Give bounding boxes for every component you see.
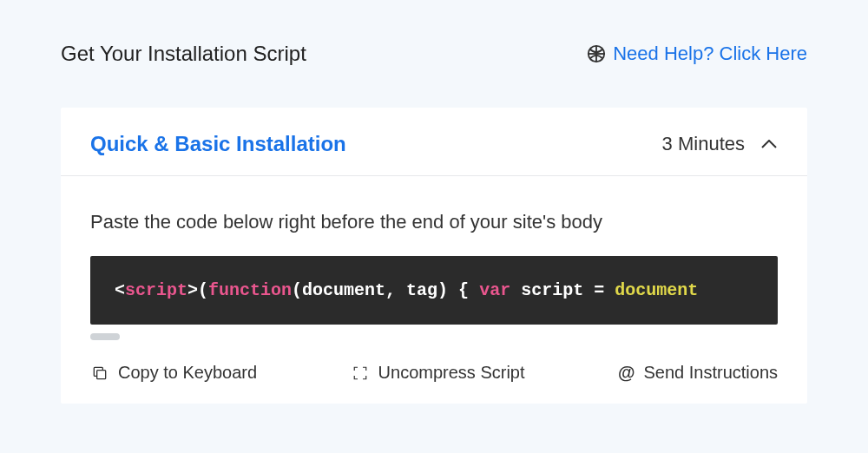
page-title: Get Your Installation Script — [61, 42, 306, 66]
installation-container: Get Your Installation Script Need Help? … — [0, 0, 868, 404]
installation-card: Quick & Basic Installation 3 Minutes Pas… — [61, 108, 807, 404]
help-icon — [587, 44, 606, 63]
code-eq: = — [594, 280, 604, 300]
section-header[interactable]: Quick & Basic Installation 3 Minutes — [61, 108, 807, 176]
scrollbar-thumb[interactable] — [90, 333, 120, 340]
code-paren-open: ( — [198, 280, 208, 300]
section-body: Paste the code below right before the en… — [61, 176, 807, 404]
actions-row: Copy to Keyboard Uncompress Script — [90, 363, 778, 383]
uncompress-button-label: Uncompress Script — [378, 363, 525, 383]
code-params: (document, tag) { — [292, 280, 469, 300]
instruction-text: Paste the code below right before the en… — [90, 211, 778, 233]
at-icon: @ — [618, 363, 635, 383]
code-tag: script — [125, 280, 187, 300]
send-instructions-label: Send Instructions — [643, 363, 778, 383]
svg-rect-3 — [97, 370, 106, 378]
section-title: Quick & Basic Installation — [90, 132, 346, 156]
code-varname: script — [521, 280, 583, 300]
header-row: Get Your Installation Script Need Help? … — [61, 42, 807, 66]
send-instructions-button[interactable]: @ Send Instructions — [618, 363, 778, 383]
code-obj: document — [615, 280, 698, 300]
duration-wrap: 3 Minutes — [662, 133, 778, 155]
chevron-up-icon[interactable] — [760, 135, 778, 153]
help-link-label: Need Help? Click Here — [613, 43, 807, 65]
help-link[interactable]: Need Help? Click Here — [587, 43, 807, 65]
uncompress-button[interactable]: Uncompress Script — [351, 363, 525, 383]
code-block[interactable]: <script>(function(document, tag) { var s… — [90, 256, 778, 325]
expand-icon — [351, 364, 370, 383]
copy-button-label: Copy to Keyboard — [118, 363, 257, 383]
code-kw-function: function — [208, 280, 292, 300]
copy-button[interactable]: Copy to Keyboard — [90, 363, 257, 383]
duration-label: 3 Minutes — [662, 133, 745, 155]
code-bracket-close: > — [187, 280, 198, 300]
copy-icon — [90, 364, 109, 383]
code-bracket-open: < — [115, 280, 125, 300]
code-kw-var: var — [479, 280, 510, 300]
